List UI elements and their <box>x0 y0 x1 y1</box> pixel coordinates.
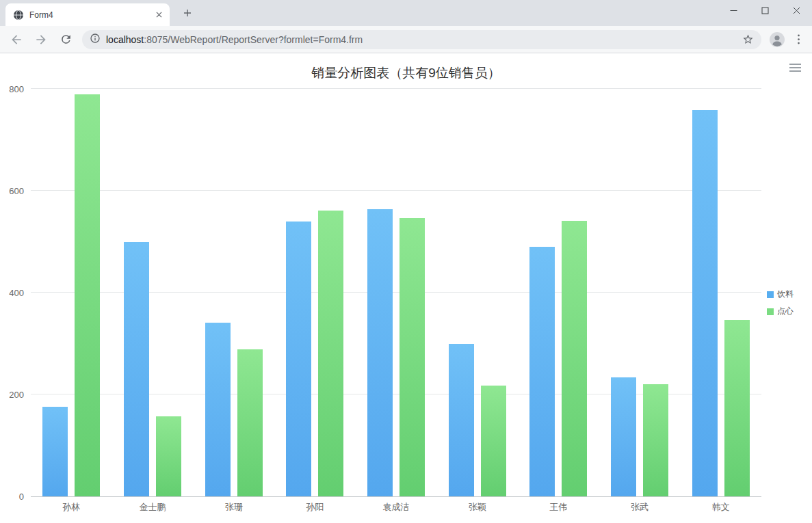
chart-legend: 饮料点心 <box>767 289 794 317</box>
profile-avatar[interactable] <box>769 31 785 48</box>
plot-area: 0200400600800孙林金士鹏张珊孙阳袁成洁张颖王伟张武韩文 <box>31 89 761 497</box>
x-axis-category-label: 袁成洁 <box>356 501 437 513</box>
legend-label: 点心 <box>777 306 794 317</box>
bar-点心-金士鹏[interactable] <box>156 416 181 496</box>
bar-点心-王伟[interactable] <box>562 221 587 496</box>
report-page: 销量分析图表（共有9位销售员） 0200400600800孙林金士鹏张珊孙阳袁成… <box>0 53 812 523</box>
bar-group: 王伟 <box>518 89 599 496</box>
x-axis-category-label: 张珊 <box>193 501 274 513</box>
bar-点心-张颖[interactable] <box>481 386 506 496</box>
y-axis-tick-label: 600 <box>0 187 24 196</box>
info-icon[interactable] <box>90 33 101 46</box>
chart-menu-line <box>789 70 801 72</box>
x-axis-category-label: 张武 <box>599 501 681 513</box>
bar-点心-韩文[interactable] <box>724 320 750 497</box>
bar-group: 张武 <box>599 89 681 496</box>
y-axis-tick-label: 0 <box>0 492 24 501</box>
bar-group: 金士鹏 <box>112 89 194 496</box>
bookmark-star-icon[interactable] <box>742 33 754 45</box>
bar-点心-袁成洁[interactable] <box>400 218 425 496</box>
bar-饮料-韩文[interactable] <box>692 110 718 496</box>
url-text: localhost:8075/WebReport/ReportServer?fo… <box>106 34 737 45</box>
bar-点心-张武[interactable] <box>643 384 668 496</box>
bar-group: 韩文 <box>680 89 761 496</box>
x-axis-category-label: 王伟 <box>518 501 599 513</box>
window-close-button[interactable] <box>781 0 812 21</box>
browser-window: Form4 <box>0 0 812 523</box>
tab-close-icon[interactable] <box>153 10 164 21</box>
chart-export-menu-icon[interactable] <box>789 64 801 72</box>
chart-menu-line <box>789 67 801 68</box>
url-host: localhost <box>106 34 144 45</box>
favicon-icon <box>13 10 24 21</box>
back-button[interactable] <box>5 29 27 51</box>
x-axis-category-label: 张颖 <box>436 501 518 513</box>
legend-label: 饮料 <box>777 289 794 300</box>
bar-点心-孙阳[interactable] <box>318 211 343 496</box>
browser-menu-icon[interactable] <box>789 30 808 49</box>
legend-swatch <box>767 308 774 315</box>
bar-group: 孙阳 <box>274 89 356 496</box>
new-tab-button[interactable] <box>178 3 197 23</box>
chart-menu-line <box>789 64 801 65</box>
y-axis-tick-label: 800 <box>0 85 24 94</box>
bar-点心-张珊[interactable] <box>237 349 263 496</box>
bar-饮料-张珊[interactable] <box>205 323 231 496</box>
y-axis-tick-label: 200 <box>0 390 24 399</box>
bar-饮料-袁成洁[interactable] <box>367 209 393 496</box>
legend-item-饮料[interactable]: 饮料 <box>767 289 794 300</box>
forward-button[interactable] <box>30 29 52 51</box>
legend-item-点心[interactable]: 点心 <box>767 306 794 317</box>
bar-groups: 孙林金士鹏张珊孙阳袁成洁张颖王伟张武韩文 <box>31 89 761 496</box>
bar-group: 孙林 <box>31 89 112 496</box>
bar-点心-孙林[interactable] <box>75 94 100 496</box>
bar-饮料-孙阳[interactable] <box>286 222 311 496</box>
bar-group: 张颖 <box>436 89 518 496</box>
tab-title: Form4 <box>29 10 153 20</box>
window-minimize-button[interactable] <box>718 0 749 21</box>
chart-title: 销量分析图表（共有9位销售员） <box>0 64 812 82</box>
bar-group: 张珊 <box>193 89 274 496</box>
legend-swatch <box>767 291 774 298</box>
y-axis-tick-label: 400 <box>0 289 24 297</box>
url-path: :8075/WebReport/ReportServer?formlet=For… <box>144 34 363 45</box>
browser-toolbar: localhost:8075/WebReport/ReportServer?fo… <box>0 26 812 53</box>
x-axis-category-label: 金士鹏 <box>112 501 194 513</box>
x-axis-category-label: 孙林 <box>31 501 112 513</box>
x-axis-category-label: 韩文 <box>680 501 761 513</box>
refresh-button[interactable] <box>55 29 77 51</box>
address-bar[interactable]: localhost:8075/WebReport/ReportServer?fo… <box>82 30 761 49</box>
bar-饮料-张颖[interactable] <box>449 344 474 497</box>
window-controls <box>718 0 812 21</box>
window-maximize-button[interactable] <box>749 0 781 21</box>
browser-tab-form4[interactable]: Form4 <box>5 3 170 26</box>
bar-饮料-张武[interactable] <box>611 377 636 496</box>
bar-饮料-金士鹏[interactable] <box>124 242 149 497</box>
tab-strip: Form4 <box>0 0 812 26</box>
x-axis-category-label: 孙阳 <box>274 501 356 513</box>
bar-group: 袁成洁 <box>356 89 437 496</box>
bar-饮料-王伟[interactable] <box>529 247 555 496</box>
bar-饮料-孙林[interactable] <box>42 407 68 496</box>
